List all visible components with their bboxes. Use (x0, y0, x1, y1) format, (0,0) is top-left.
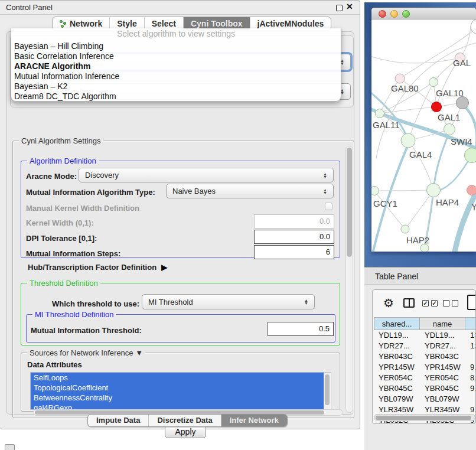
node-gal10[interactable] (429, 78, 438, 87)
kernel-width-field[interactable]: 0.0 (254, 214, 334, 229)
bottom-tabbar: Impute Data Discretize Data Infer Networ… (87, 414, 288, 427)
tab-infer-network[interactable]: Infer Network (221, 415, 287, 426)
table-panel-header: Table Panel (364, 267, 476, 285)
dpi-tolerance-field[interactable]: 0.0 (254, 230, 334, 244)
node-gray[interactable] (457, 97, 469, 109)
node-gcy1[interactable] (371, 187, 379, 195)
node-label: GAL10 (436, 88, 464, 98)
tab-discretize-data[interactable]: Discretize Data (149, 415, 221, 426)
kernel-width-label: Kernel Width (0,1): (26, 219, 94, 227)
tab-impute-data[interactable]: Impute Data (88, 415, 149, 426)
list-scrollbar[interactable] (324, 373, 330, 410)
mi-threshold-field[interactable]: 0.5 (268, 322, 334, 336)
sources-group-title[interactable]: Sources for Network Inference ▼ (27, 348, 145, 357)
column-header[interactable]: name (420, 317, 465, 330)
dropdown-item[interactable]: Basic Correlation Inference (13, 51, 339, 61)
data-attributes-list[interactable]: SelfLoops TopologicalCoefficient Between… (30, 372, 331, 410)
column-header[interactable] (465, 317, 475, 330)
float-window-icon[interactable] (336, 5, 343, 11)
which-threshold-label: Which threshold to use: (52, 299, 139, 308)
dropdown-item[interactable]: Bayesian – Hill Climbing (13, 41, 339, 51)
apply-button[interactable]: Apply (165, 425, 206, 438)
sources-group: Sources for Network Inference ▼ Data Att… (21, 353, 340, 412)
dropdown-prompt: Select algorithm to view settings (11, 29, 341, 38)
dropdown-item[interactable]: Bayesian – K2 (13, 81, 339, 92)
unchecked-box-icon[interactable] (452, 300, 458, 306)
node-label: GCY1 (373, 198, 397, 208)
mi-threshold-label: Mutual Information Threshold: (31, 326, 142, 335)
table-row[interactable]: YDL19...YDL19...13 (374, 330, 475, 341)
dpi-tolerance-label: DPI Tolerance [0,1]: (26, 234, 97, 243)
triangle-right-icon: ▶ (161, 263, 167, 272)
zoom-button-icon[interactable] (402, 10, 410, 18)
settings-group-title: Cyni Algorithm Settings (19, 136, 103, 145)
node-label: Y (471, 201, 476, 211)
settings-vertical-scrollbar[interactable] (345, 146, 353, 413)
control-panel-titlebar: Control Panel ✕ (0, 1, 360, 15)
table-row[interactable]: YDR27...YDR27...12 (374, 341, 475, 351)
table-container: ⚙ ✓ ✓ shared... name YDL19...YDL19...13 … (372, 289, 476, 424)
chevron-updown-icon: ▲▼ (323, 172, 327, 178)
chevron-updown-icon: ▲▼ (323, 188, 327, 194)
node-label: HAP2 (406, 235, 429, 245)
table-row[interactable]: YER054CYER054C8. (374, 373, 475, 383)
list-item[interactable]: TopologicalCoefficient (31, 383, 324, 393)
checked-box-icon[interactable]: ✓ (422, 300, 429, 306)
node-gal1[interactable] (444, 124, 455, 135)
algorithm-dropdown-popup: Select algorithm to view settings Bayesi… (11, 28, 341, 102)
network-graph: GAL GAL80 GAL10 GAL1 SWI4 GAL11 GAL4 GCY… (371, 19, 476, 252)
dropdown-item[interactable]: Dream8 DC_TDC Algorithm (13, 92, 339, 102)
hub-definition-expander[interactable]: Hub/Transcription Factor Definition▶ (28, 263, 167, 272)
mi-steps-field[interactable]: 6 (254, 245, 334, 259)
node-hap2[interactable] (401, 225, 409, 233)
node-gal11[interactable] (376, 109, 384, 118)
network-icon (60, 20, 67, 28)
mi-steps-label: Mutual Information Steps: (26, 249, 120, 258)
node-label: GAL80 (391, 83, 419, 93)
algorithm-definition-group: Algorithm Definition Aracne Mode: Discov… (21, 161, 340, 258)
columns-icon[interactable] (403, 298, 415, 308)
table-row[interactable]: YBR045CYBR045C9. (374, 383, 475, 394)
table-row[interactable]: YPR145WYPR145W9. (374, 362, 475, 373)
node-label: GAL (453, 58, 471, 68)
unchecked-box-icon[interactable] (443, 300, 449, 306)
checked-box-icon[interactable]: ✓ (431, 300, 438, 306)
list-item[interactable]: SelfLoops (31, 373, 324, 383)
node-swi4[interactable] (465, 148, 476, 163)
list-item[interactable]: BetweennessCentrality (31, 393, 324, 403)
table-panel-title: Table Panel (375, 272, 418, 281)
dropdown-item[interactable]: Mutual Information Inference (13, 71, 339, 81)
node-gal4[interactable] (401, 133, 415, 148)
network-window: GAL GAL80 GAL10 GAL1 SWI4 GAL11 GAL4 GCY… (371, 8, 476, 252)
column-header[interactable]: shared... (374, 317, 420, 330)
window-fragment (5, 444, 15, 450)
close-button-icon[interactable] (379, 10, 386, 18)
manual-kernel-checkbox[interactable] (325, 203, 332, 210)
gear-icon[interactable]: ⚙ (383, 296, 394, 310)
node-gal80[interactable] (395, 74, 405, 83)
table-row[interactable]: YBR043CYBR043C (374, 351, 475, 362)
mi-type-select[interactable]: Naive Bayes ▲▼ (166, 184, 334, 198)
minimize-button-icon[interactable] (390, 10, 398, 18)
table-row[interactable]: YBL079WYBL079W (374, 394, 475, 405)
network-window-titlebar[interactable] (371, 8, 476, 19)
close-icon[interactable]: ✕ (346, 2, 353, 11)
network-view-frame: GAL GAL80 GAL10 GAL1 SWI4 GAL11 GAL4 GCY… (364, 2, 476, 267)
table-horizontal-scrollbar[interactable] (374, 414, 475, 421)
dropdown-item-selected[interactable]: ARACNE Algorithm (13, 61, 339, 71)
network-canvas[interactable]: GAL GAL80 GAL10 GAL1 SWI4 GAL11 GAL4 GCY… (371, 19, 476, 252)
node-label: HAP4 (436, 197, 459, 207)
node-hap4[interactable] (427, 184, 441, 197)
document-icon[interactable] (467, 295, 476, 310)
node-y-pink[interactable] (467, 185, 476, 195)
aracne-mode-select[interactable]: Discovery ▲▼ (79, 168, 334, 182)
mi-threshold-group: MI Threshold Definition Mutual Informati… (26, 314, 335, 343)
mi-type-label: Mutual Information Algorithm Type: (26, 188, 155, 197)
cyni-algorithm-settings-group: Cyni Algorithm Settings Algorithm Defini… (12, 141, 354, 418)
node-label: GAL11 (373, 120, 400, 130)
which-threshold-select[interactable]: MI Threshold ▲▼ (142, 294, 315, 309)
node-label: SWI4 (451, 136, 472, 146)
manual-kernel-label: Manual Kernel Width Definition (26, 204, 139, 213)
node-red-selected[interactable] (432, 102, 442, 112)
node-table: shared... name YDL19...YDL19...13 YDR27.… (374, 317, 475, 423)
